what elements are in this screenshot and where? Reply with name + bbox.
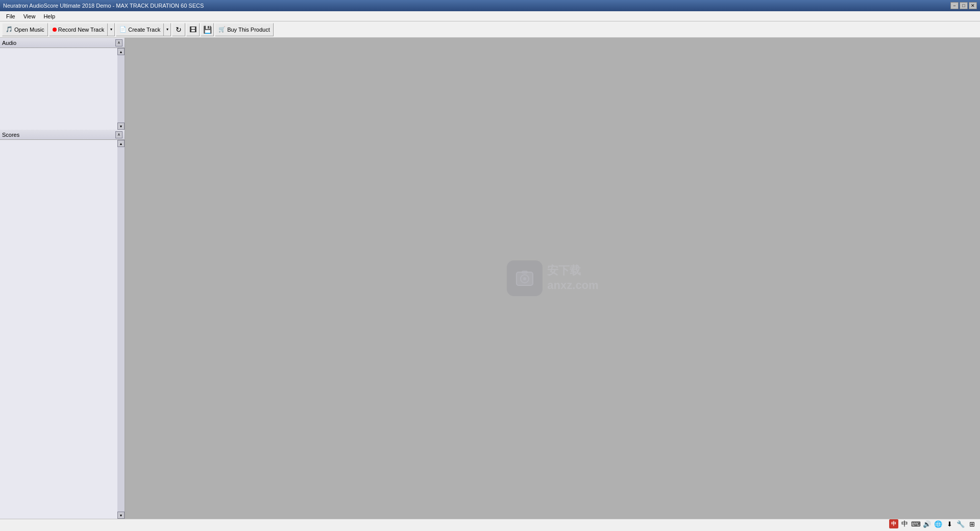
refresh-icon: ↻ xyxy=(176,26,182,34)
taskbar-volume-icon[interactable]: 🔊 xyxy=(922,519,932,529)
taskbar-settings-icon[interactable]: 🔧 xyxy=(955,519,966,529)
taskbar-keyboard-icon[interactable]: ⌨ xyxy=(911,519,921,529)
refresh-button[interactable]: ↻ xyxy=(172,23,185,36)
menu-view[interactable]: View xyxy=(19,12,40,20)
main-content: 安下载anxz.com xyxy=(125,38,980,519)
save-button[interactable]: 💾 xyxy=(201,23,214,36)
create-track-icon: 📄 xyxy=(119,26,127,33)
menu-bar: File View Help xyxy=(0,11,980,21)
taskbar-lang-button[interactable]: 中 xyxy=(889,519,898,528)
title-bar-controls: − □ ✕ xyxy=(950,2,977,9)
scores-panel-scroll-up[interactable]: ∧ xyxy=(115,131,122,138)
title-bar-text: Neuratron AudioScore Ultimate 2018 Demo … xyxy=(3,3,204,9)
scores-scrollbar-down[interactable]: ▼ xyxy=(117,512,125,519)
save-icon: 💾 xyxy=(203,26,212,34)
scores-panel: Scores ∧ ▲ ▼ xyxy=(0,130,125,519)
menu-help[interactable]: Help xyxy=(39,12,59,20)
minimize-button[interactable]: − xyxy=(950,2,959,9)
record-new-track-main[interactable]: Record New Track xyxy=(50,23,107,36)
main-layout: Audio ∧ ▲ ▼ Scores ∧ ▲ ▼ xyxy=(0,38,980,519)
record-new-track-dropdown[interactable]: ▾ xyxy=(107,23,114,36)
audio-panel: Audio ∧ ▲ ▼ xyxy=(0,38,125,130)
open-music-label: Open Music xyxy=(14,27,44,33)
menu-file[interactable]: File xyxy=(2,12,19,20)
record-new-track-button[interactable]: Record New Track ▾ xyxy=(49,23,115,36)
audio-panel-header: Audio ∧ xyxy=(0,38,125,48)
scores-panel-scrollbar: ▲ ▼ xyxy=(117,140,125,519)
svg-rect-3 xyxy=(522,271,527,273)
buy-icon: 🛒 xyxy=(218,26,226,33)
buy-label: Buy This Product xyxy=(227,27,270,33)
audio-panel-scrollbar: ▲ ▼ xyxy=(117,48,125,130)
audio-panel-content: ▲ ▼ xyxy=(0,48,125,130)
taskbar-network-icon[interactable]: 🌐 xyxy=(933,519,943,529)
filmstrip-button[interactable]: 🎞 xyxy=(186,23,200,36)
taskbar-search-icon[interactable]: 中 xyxy=(899,519,910,529)
restore-button[interactable]: □ xyxy=(960,2,968,9)
scores-scrollbar-up[interactable]: ▲ xyxy=(117,140,125,147)
taskbar-download-icon[interactable]: ⬇ xyxy=(944,519,954,529)
scores-panel-content: ▲ ▼ xyxy=(0,140,125,519)
status-bar xyxy=(0,519,980,531)
sidebar: Audio ∧ ▲ ▼ Scores ∧ ▲ ▼ xyxy=(0,38,125,519)
record-dot-icon xyxy=(53,27,57,33)
create-track-button[interactable]: 📄 Create Track ▾ xyxy=(116,23,171,36)
close-button[interactable]: ✕ xyxy=(969,2,977,9)
audio-scrollbar-up[interactable]: ▲ xyxy=(117,48,125,55)
create-track-label: Create Track xyxy=(128,27,160,33)
audio-scrollbar-down[interactable]: ▼ xyxy=(117,123,125,130)
taskbar-tray: 中 中 ⌨ 🔊 🌐 ⬇ 🔧 ⊞ xyxy=(886,517,980,531)
watermark: 安下载anxz.com xyxy=(506,260,598,296)
create-track-dropdown[interactable]: ▾ xyxy=(163,23,170,36)
record-new-track-label: Record New Track xyxy=(58,27,104,33)
watermark-svg xyxy=(514,268,534,288)
watermark-text: 安下载anxz.com xyxy=(547,263,598,293)
scores-panel-header: Scores ∧ xyxy=(0,130,125,140)
open-music-button[interactable]: 🎵 Open Music xyxy=(2,23,48,36)
title-bar: Neuratron AudioScore Ultimate 2018 Demo … xyxy=(0,0,980,11)
taskbar-grid-icon[interactable]: ⊞ xyxy=(967,519,977,529)
scores-panel-label: Scores xyxy=(2,132,19,138)
open-music-icon: 🎵 xyxy=(6,26,13,33)
svg-point-2 xyxy=(523,277,526,280)
create-track-main[interactable]: 📄 Create Track xyxy=(116,23,163,36)
toolbar: 🎵 Open Music Record New Track ▾ 📄 Create… xyxy=(0,21,980,38)
audio-panel-label: Audio xyxy=(2,40,16,46)
filmstrip-icon: 🎞 xyxy=(189,26,197,34)
watermark-icon xyxy=(506,260,542,296)
audio-panel-scroll-up[interactable]: ∧ xyxy=(115,39,122,46)
buy-product-button[interactable]: 🛒 Buy This Product xyxy=(215,23,274,36)
